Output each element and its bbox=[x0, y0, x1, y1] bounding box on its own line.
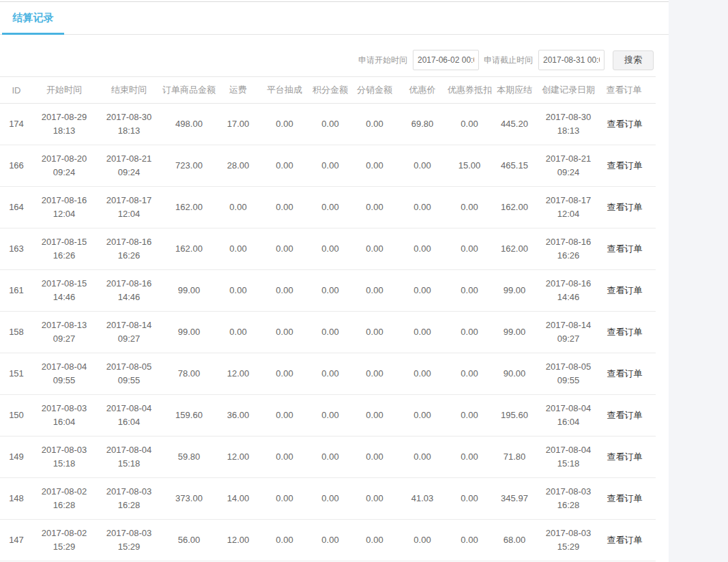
table-header: ID 开始时间 结束时间 订单商品金额 运费 平台抽成 积分金额 分销金额 优惠… bbox=[0, 77, 656, 104]
cell-id: 166 bbox=[0, 145, 33, 187]
cell-created_date: 2017-08-16 16:26 bbox=[538, 228, 599, 270]
cell-shipping_fee: 17.00 bbox=[216, 104, 261, 145]
cell-discount_price: 0.00 bbox=[397, 395, 448, 437]
cell-start_time: 2017-08-15 16:26 bbox=[33, 228, 96, 270]
cell-discount_price: 0.00 bbox=[397, 353, 448, 395]
view-order-link[interactable]: 查看订单 bbox=[607, 493, 643, 503]
view-order-link[interactable]: 查看订单 bbox=[607, 452, 643, 462]
cell-platform_commission: 0.00 bbox=[261, 104, 308, 145]
view-order-link[interactable]: 查看订单 bbox=[607, 327, 643, 337]
table-row: 1482017-08-02 16:282017-08-03 16:28373.0… bbox=[0, 478, 656, 520]
col-header-created-date: 创建记录日期 bbox=[538, 77, 599, 104]
view-order-link[interactable]: 查看订单 bbox=[607, 202, 643, 212]
end-time-label: 申请截止时间 bbox=[484, 55, 533, 66]
cell-distribution_amount: 0.00 bbox=[352, 270, 397, 312]
cell-distribution_amount: 0.00 bbox=[352, 104, 397, 145]
cell-coupon_deduction: 0.00 bbox=[448, 437, 491, 478]
cell-end_time: 2017-08-03 15:29 bbox=[96, 520, 162, 561]
view-order-link[interactable]: 查看订单 bbox=[607, 535, 643, 545]
cell-end_time: 2017-08-05 09:55 bbox=[96, 353, 162, 395]
cell-order_amount: 99.00 bbox=[162, 270, 216, 312]
cell-points_amount: 0.00 bbox=[308, 228, 352, 270]
cell-amount_due: 345.97 bbox=[491, 478, 538, 520]
cell-amount_due: 465.15 bbox=[491, 145, 538, 187]
cell-platform_commission: 0.00 bbox=[261, 270, 308, 312]
cell-start_time: 2017-08-16 12:04 bbox=[33, 187, 96, 228]
cell-start_time: 2017-08-03 15:18 bbox=[33, 437, 96, 478]
cell-points_amount: 0.00 bbox=[308, 520, 352, 561]
cell-shipping_fee: 12.00 bbox=[216, 520, 261, 561]
view-order-link[interactable]: 查看订单 bbox=[607, 119, 643, 129]
cell-distribution_amount: 0.00 bbox=[352, 520, 397, 561]
cell-view-order: 查看订单 bbox=[599, 270, 656, 312]
cell-platform_commission: 0.00 bbox=[261, 312, 308, 353]
cell-platform_commission: 0.00 bbox=[261, 395, 308, 437]
cell-platform_commission: 0.00 bbox=[261, 437, 308, 478]
settlement-panel: 结算记录 申请开始时间 申请截止时间 搜索 ID 开始时间 结束时间 订单商品金… bbox=[0, 0, 669, 562]
cell-points_amount: 0.00 bbox=[308, 353, 352, 395]
cell-points_amount: 0.00 bbox=[308, 270, 352, 312]
view-order-link[interactable]: 查看订单 bbox=[607, 285, 643, 295]
cell-order_amount: 56.00 bbox=[162, 520, 216, 561]
cell-view-order: 查看订单 bbox=[599, 395, 656, 437]
col-header-view-order: 查看订单 bbox=[599, 77, 656, 104]
cell-shipping_fee: 0.00 bbox=[216, 270, 261, 312]
cell-amount_due: 162.00 bbox=[491, 228, 538, 270]
cell-view-order: 查看订单 bbox=[599, 353, 656, 395]
search-button[interactable]: 搜索 bbox=[613, 50, 654, 70]
cell-points_amount: 0.00 bbox=[308, 104, 352, 145]
cell-id: 174 bbox=[0, 104, 33, 145]
cell-view-order: 查看订单 bbox=[599, 312, 656, 353]
view-order-link[interactable]: 查看订单 bbox=[607, 160, 643, 171]
cell-coupon_deduction: 0.00 bbox=[448, 312, 491, 353]
table-row: 1642017-08-16 12:042017-08-17 12:04162.0… bbox=[0, 187, 656, 228]
cell-view-order: 查看订单 bbox=[599, 520, 656, 561]
view-order-link[interactable]: 查看订单 bbox=[607, 368, 643, 379]
view-order-link[interactable]: 查看订单 bbox=[607, 410, 643, 420]
cell-view-order: 查看订单 bbox=[599, 228, 656, 270]
cell-platform_commission: 0.00 bbox=[261, 478, 308, 520]
cell-created_date: 2017-08-04 15:18 bbox=[538, 437, 599, 478]
cell-start_time: 2017-08-04 09:55 bbox=[33, 353, 96, 395]
cell-platform_commission: 0.00 bbox=[261, 353, 308, 395]
cell-points_amount: 0.00 bbox=[308, 312, 352, 353]
cell-view-order: 查看订单 bbox=[599, 187, 656, 228]
end-time-input[interactable] bbox=[538, 50, 605, 70]
cell-coupon_deduction: 0.00 bbox=[448, 104, 491, 145]
table-row: 1582017-08-13 09:272017-08-14 09:2799.00… bbox=[0, 312, 656, 353]
cell-view-order: 查看订单 bbox=[599, 104, 656, 145]
cell-shipping_fee: 12.00 bbox=[216, 353, 261, 395]
cell-points_amount: 0.00 bbox=[308, 478, 352, 520]
table-row: 1502017-08-03 16:042017-08-04 16:04159.6… bbox=[0, 395, 656, 437]
table-row: 1612017-08-15 14:462017-08-16 14:4699.00… bbox=[0, 270, 656, 312]
cell-created_date: 2017-08-30 18:13 bbox=[538, 104, 599, 145]
cell-id: 161 bbox=[0, 270, 33, 312]
col-header-order-amount: 订单商品金额 bbox=[162, 77, 216, 104]
table-row: 1632017-08-15 16:262017-08-16 16:26162.0… bbox=[0, 228, 656, 270]
start-time-input[interactable] bbox=[413, 50, 479, 70]
cell-points_amount: 0.00 bbox=[308, 187, 352, 228]
col-header-platform-commission: 平台抽成 bbox=[261, 77, 308, 104]
cell-coupon_deduction: 15.00 bbox=[448, 145, 491, 187]
table-row: 1742017-08-29 18:132017-08-30 18:13498.0… bbox=[0, 104, 656, 145]
cell-amount_due: 445.20 bbox=[491, 104, 538, 145]
cell-distribution_amount: 0.00 bbox=[352, 228, 397, 270]
cell-end_time: 2017-08-17 12:04 bbox=[96, 187, 162, 228]
table-row: 1512017-08-04 09:552017-08-05 09:5578.00… bbox=[0, 353, 656, 395]
cell-discount_price: 0.00 bbox=[397, 187, 448, 228]
cell-discount_price: 69.80 bbox=[397, 104, 448, 145]
col-header-end-time: 结束时间 bbox=[96, 77, 162, 104]
cell-end_time: 2017-08-16 14:46 bbox=[96, 270, 162, 312]
cell-id: 158 bbox=[0, 312, 33, 353]
tab-settlement-records[interactable]: 结算记录 bbox=[2, 2, 64, 35]
cell-order_amount: 498.00 bbox=[162, 104, 216, 145]
cell-end_time: 2017-08-21 09:24 bbox=[96, 145, 162, 187]
cell-start_time: 2017-08-02 15:29 bbox=[33, 520, 96, 561]
cell-points_amount: 0.00 bbox=[308, 437, 352, 478]
view-order-link[interactable]: 查看订单 bbox=[607, 243, 643, 254]
col-header-shipping-fee: 运费 bbox=[216, 77, 261, 104]
cell-order_amount: 162.00 bbox=[162, 187, 216, 228]
cell-discount_price: 0.00 bbox=[397, 312, 448, 353]
cell-shipping_fee: 0.00 bbox=[216, 228, 261, 270]
cell-id: 147 bbox=[0, 520, 33, 561]
